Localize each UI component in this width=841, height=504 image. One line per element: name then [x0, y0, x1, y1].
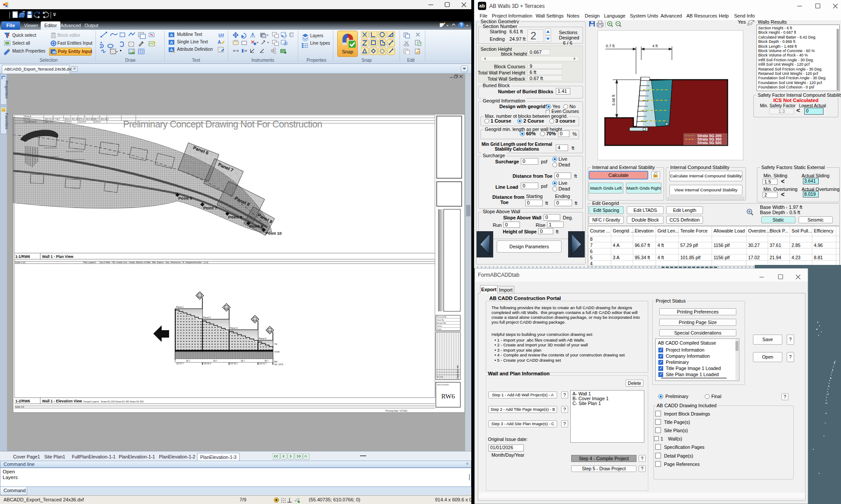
svg-text:1-3: 1-3 [225, 306, 227, 307]
svg-text:Elevation: Elevation [635, 228, 654, 233]
svg-text:Wall 1 - Elevation View: Wall 1 - Elevation View [42, 399, 82, 403]
svg-text:1-2/RW6: 1-2/RW6 [15, 399, 30, 403]
svg-text:12.5 ft ft: 12.5 ft ft [93, 121, 101, 123]
svg-text:1-3: 1-3 [254, 317, 256, 319]
svg-text:2.85: 2.85 [792, 243, 801, 248]
svg-text:4 A: 4 A [613, 243, 619, 248]
svg-text:57.29 plf: 57.29 plf [680, 243, 698, 248]
svg-text:Allowable Load: Allowable Load [714, 228, 745, 233]
svg-text:Soil Pull...: Soil Pull... [792, 228, 812, 233]
svg-text:Grid Len...: Grid Len... [657, 228, 679, 233]
svg-text:Sta. 103.8: Sta. 103.8 [274, 363, 283, 366]
svg-text:185.7-4 35.6 46.7: 185.7-4 35.6 46.7 [93, 118, 109, 120]
svg-text:Panel 2: Panel 2 [203, 316, 211, 319]
svg-text:Preliminary Concept Drawing No: Preliminary Concept Drawing Not For Cons… [123, 119, 322, 130]
svg-text:Strata SG 500: Strata SG 500 [697, 141, 722, 145]
svg-text:8.81: 8.81 [814, 255, 823, 260]
svg-text:95.7: 95.7 [241, 360, 245, 362]
svg-text:A: A [170, 48, 173, 52]
svg-text:Panel 3: Panel 3 [230, 327, 237, 329]
svg-text:95.7: 95.7 [186, 360, 190, 362]
svg-text:Course ...: Course ... [590, 228, 610, 233]
svg-text:Overstre...: Overstre... [748, 228, 770, 233]
svg-text:Reviewed By: Reviewed By [437, 316, 446, 318]
svg-text:TW: TW [274, 343, 278, 345]
svg-text:Panel 4: Panel 4 [259, 337, 266, 340]
svg-text:Geogrid Legend Strata SG 200: Geogrid Legend Strata SG 200 Strata SG 3… [83, 400, 144, 403]
svg-text:1-3: 1-3 [198, 294, 201, 296]
svg-text:174.4-4 40.8 46.7: 174.4-4 40.8 46.7 [79, 118, 95, 120]
svg-text:11.6 ft ft: 11.6 ft ft [64, 121, 72, 123]
svg-text:95.7: 95.7 [265, 360, 269, 362]
svg-text:123: 123 [218, 33, 224, 37]
svg-text:?: ? [460, 22, 463, 28]
svg-text:37.61: 37.61 [770, 243, 781, 248]
svg-text:1-3: 1-3 [269, 328, 271, 330]
svg-text:A: A [170, 40, 173, 45]
svg-text:21.94: 21.94 [770, 255, 781, 260]
svg-text:Digital Issue date: Digital Issue date [457, 365, 459, 379]
svg-text:Assigned By: Assigned By [437, 322, 446, 324]
svg-text:4.96: 4.96 [814, 243, 823, 248]
svg-text:s: s [753, 19, 755, 22]
svg-text:Efficiency: Efficiency [814, 228, 834, 233]
svg-text:RW6: RW6 [253, 320, 257, 321]
svg-text:BW: BW [274, 361, 278, 363]
svg-text:4 ft: 4 ft [652, 44, 658, 48]
svg-text:Printing Date: =27/202: Printing Date: =27/202 [385, 409, 407, 412]
svg-text:5: 5 [590, 255, 593, 260]
svg-text:163.4-4 45.1 46.7: 163.4-4 45.1 46.7 [64, 118, 80, 120]
svg-text:Block P...: Block P... [770, 228, 788, 233]
svg-text:Scale 1:13: Scale 1:13 [15, 261, 25, 264]
svg-text:7: 7 [590, 243, 593, 248]
svg-text:0.7 ft: 0.7 ft [606, 44, 615, 48]
svg-text:No. Date: No. Date [437, 376, 443, 378]
svg-text:4 ft: 4 ft [657, 243, 664, 248]
svg-text:100 93.7: 100 93.7 [259, 363, 267, 365]
svg-text:100 95.1: 100 95.1 [230, 363, 238, 365]
svg-text:5.06 ft: 5.06 ft [611, 94, 616, 106]
svg-text:Point 6: Point 6 [178, 196, 192, 201]
svg-text:Sheet Number:: Sheet Number: [437, 384, 449, 386]
svg-text:Properties: Properties [4, 81, 9, 99]
svg-text:30.27: 30.27 [748, 243, 760, 248]
svg-text:Drawn By: Drawn By [437, 319, 444, 321]
svg-text:8: 8 [590, 236, 593, 242]
svg-text:RW6: RW6 [225, 308, 228, 310]
svg-text:Scope: Scope [437, 328, 442, 330]
svg-text:101.85 plf: 101.85 plf [680, 255, 700, 260]
svg-text:Geogrid ...: Geogrid ... [613, 228, 634, 233]
svg-text:Point 9: Point 9 [249, 224, 263, 229]
svg-text:Wall 1 - Plan View: Wall 1 - Plan View [42, 254, 74, 259]
svg-text:1156 plf: 1156 plf [714, 243, 730, 248]
svg-text:Panel 1: Panel 1 [176, 306, 184, 308]
svg-text:Plan Legend Top of Wall :: Plan Legend Top of Wall : TW, Grade Line… [83, 261, 208, 264]
svg-text:95.7: 95.7 [213, 360, 217, 362]
svg-text:A: A [218, 40, 221, 45]
svg-text:Grade: Grade [274, 351, 280, 353]
svg-text:152.3-4 46.7 46.7: 152.3-4 46.7 46.7 [45, 118, 60, 120]
svg-text:Favorites: Favorites [4, 113, 9, 130]
svg-text:100 97.7: 100 97.7 [176, 363, 184, 365]
svg-text:Scale 1:8: Scale 1:8 [15, 405, 24, 408]
svg-text:95.34 ft: 95.34 ft [635, 255, 650, 260]
svg-text:RW6: RW6 [198, 296, 201, 298]
svg-text:100 95.9: 100 95.9 [203, 363, 211, 365]
svg-text:17.02: 17.02 [748, 255, 760, 260]
svg-text:A: A [170, 33, 173, 37]
svg-text:Station: Station [437, 325, 442, 327]
svg-text:4: 4 [590, 261, 593, 266]
svg-text:1-1/RW6: 1-1/RW6 [15, 254, 30, 259]
svg-text:Point 7: Point 7 [203, 205, 217, 210]
svg-text:3 A: 3 A [613, 255, 619, 260]
svg-text:4 ft: 4 ft [657, 255, 664, 260]
svg-text:11.6 ft ft: 11.6 ft ft [79, 121, 86, 123]
svg-text:4.23: 4.23 [792, 255, 801, 260]
svg-text:Point 8: Point 8 [228, 215, 242, 219]
svg-text:Point #: Point # [25, 116, 32, 118]
svg-text:Tensile Force: Tensile Force [680, 228, 708, 233]
svg-text:6: 6 [590, 249, 593, 254]
svg-text:Point 10: Point 10 [265, 231, 282, 236]
svg-text:96.67 ft: 96.67 ft [635, 243, 650, 248]
svg-text:RW6: RW6 [268, 331, 272, 332]
